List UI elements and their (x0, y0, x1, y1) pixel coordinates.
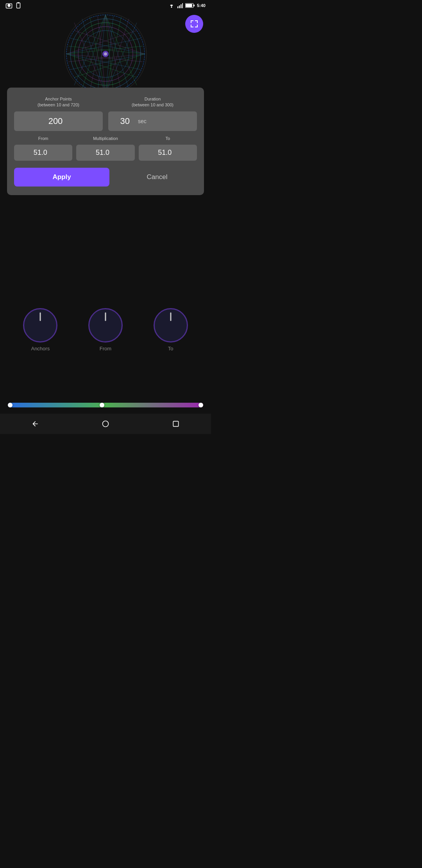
back-button[interactable] (29, 418, 41, 430)
multiplication-field: Multiplication (76, 136, 134, 161)
to-knob[interactable] (154, 308, 188, 343)
clipboard-icon (15, 2, 22, 9)
svg-rect-6 (181, 4, 181, 8)
from-knob-item: From (88, 308, 123, 352)
recents-button[interactable] (170, 418, 182, 430)
expand-button[interactable] (185, 15, 203, 33)
duration-unit: sec (138, 118, 147, 124)
to-field: To (139, 136, 197, 161)
from-knob[interactable] (88, 308, 123, 343)
recents-icon (172, 420, 180, 428)
to-label: To (166, 136, 170, 142)
bottom-fields-row: From Multiplication To (14, 136, 197, 161)
home-button[interactable] (100, 418, 111, 430)
svg-rect-4 (177, 6, 178, 8)
to-knob-marker (170, 312, 171, 321)
svg-rect-5 (179, 5, 180, 8)
from-field: From (14, 136, 72, 161)
battery-icon (185, 3, 195, 8)
anchor-points-field: Anchor Points (between 10 and 720) (14, 96, 103, 131)
svg-line-17 (74, 15, 106, 85)
art-canvas (0, 11, 211, 97)
signal-icon (177, 3, 183, 8)
duration-input-wrapper: sec (108, 111, 197, 131)
to-input[interactable] (139, 145, 197, 161)
wifi-icon (168, 3, 175, 8)
anchors-knob[interactable] (23, 308, 57, 343)
from-knob-label: From (100, 346, 111, 352)
from-input[interactable] (14, 145, 72, 161)
svg-rect-10 (186, 4, 192, 7)
anchors-knob-label: Anchors (31, 346, 50, 352)
settings-modal: Anchor Points (between 10 and 720) Durat… (7, 88, 204, 195)
anchors-knob-marker (40, 312, 41, 321)
to-knob-item: To (154, 308, 188, 352)
back-icon (31, 420, 39, 428)
svg-line-24 (106, 15, 137, 85)
svg-point-47 (103, 421, 109, 427)
status-right: 5:40 (168, 3, 206, 8)
duration-label: Duration (between 10 and 300) (132, 96, 173, 108)
camera-icon (5, 2, 13, 9)
svg-rect-9 (193, 5, 195, 7)
svg-rect-2 (17, 3, 20, 8)
apply-button[interactable]: Apply (14, 168, 109, 187)
multiplication-input[interactable] (76, 145, 134, 161)
color-slider[interactable] (8, 403, 203, 407)
cancel-button[interactable]: Cancel (117, 168, 197, 187)
svg-rect-7 (182, 3, 183, 8)
anchor-points-label: Anchor Points (between 10 and 720) (38, 96, 79, 108)
anchor-points-input[interactable] (14, 111, 103, 131)
duration-field: Duration (between 10 and 300) sec (108, 96, 197, 131)
top-fields-row: Anchor Points (between 10 and 720) Durat… (14, 96, 197, 131)
to-knob-label: To (168, 346, 173, 352)
svg-point-0 (7, 4, 11, 7)
duration-input[interactable] (112, 116, 136, 126)
slider-dot-mid (100, 403, 104, 407)
modal-buttons: Apply Cancel (14, 168, 197, 187)
time-display: 5:40 (197, 3, 206, 8)
svg-rect-3 (18, 2, 20, 4)
from-label: From (38, 136, 48, 142)
status-bar: 5:40 (0, 0, 211, 11)
svg-rect-48 (173, 421, 178, 426)
nav-bar (0, 414, 211, 434)
from-knob-marker (105, 312, 106, 321)
knobs-section: Anchors From To (0, 300, 211, 352)
expand-icon (190, 19, 199, 29)
slider-dot-left (8, 403, 13, 407)
home-icon (102, 420, 109, 428)
anchors-knob-item: Anchors (23, 308, 57, 352)
multiplication-label: Multiplication (93, 136, 118, 142)
status-icons-left (5, 2, 22, 9)
spiral-art (63, 11, 148, 97)
svg-point-46 (104, 52, 107, 56)
slider-dot-right (198, 403, 203, 407)
